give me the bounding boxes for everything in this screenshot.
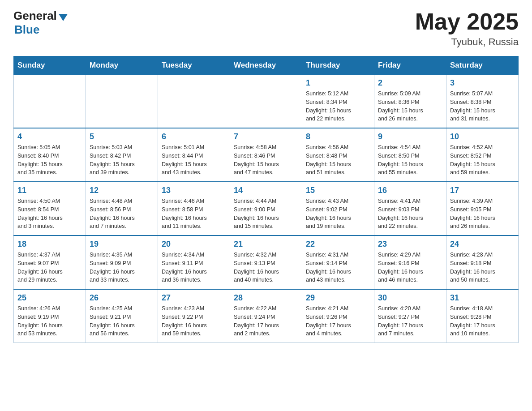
day-number: 28 [234,293,298,303]
day-header-wednesday: Wednesday [230,56,302,75]
calendar-cell: 8Sunrise: 4:56 AM Sunset: 8:48 PM Daylig… [302,128,374,182]
day-info: Sunrise: 4:43 AM Sunset: 9:02 PM Dayligh… [306,197,370,231]
day-number: 22 [306,240,370,249]
day-number: 1 [306,78,370,88]
calendar-cell [86,75,158,128]
calendar-cell: 21Sunrise: 4:32 AM Sunset: 9:13 PM Dayli… [230,235,302,289]
calendar-table: SundayMondayTuesdayWednesdayThursdayFrid… [13,56,519,343]
day-info: Sunrise: 4:28 AM Sunset: 9:18 PM Dayligh… [450,251,515,284]
calendar-cell: 7Sunrise: 4:58 AM Sunset: 8:46 PM Daylig… [230,128,302,182]
calendar-cell [158,75,230,128]
day-info: Sunrise: 4:41 AM Sunset: 9:03 PM Dayligh… [378,197,442,231]
calendar-cell: 17Sunrise: 4:39 AM Sunset: 9:05 PM Dayli… [446,182,519,235]
calendar-cell: 23Sunrise: 4:29 AM Sunset: 9:16 PM Dayli… [374,235,446,289]
day-info: Sunrise: 4:29 AM Sunset: 9:16 PM Dayligh… [378,251,442,284]
day-number: 23 [378,240,442,249]
calendar-header-row: SundayMondayTuesdayWednesdayThursdayFrid… [14,56,519,75]
calendar-cell: 1Sunrise: 5:12 AM Sunset: 8:34 PM Daylig… [302,75,374,128]
day-info: Sunrise: 4:54 AM Sunset: 8:50 PM Dayligh… [378,143,442,177]
day-info: Sunrise: 4:22 AM Sunset: 9:24 PM Dayligh… [234,304,298,338]
day-number: 26 [90,293,154,303]
day-info: Sunrise: 4:56 AM Sunset: 8:48 PM Dayligh… [306,143,370,177]
day-info: Sunrise: 4:46 AM Sunset: 8:58 PM Dayligh… [162,197,226,231]
day-number: 12 [90,186,154,195]
calendar-cell: 24Sunrise: 4:28 AM Sunset: 9:18 PM Dayli… [446,235,519,289]
day-number: 31 [450,293,515,303]
day-number: 16 [378,186,442,195]
calendar-cell: 14Sunrise: 4:44 AM Sunset: 9:00 PM Dayli… [230,182,302,235]
calendar-location: Tyubuk, Russia [415,36,519,48]
day-info: Sunrise: 5:05 AM Sunset: 8:40 PM Dayligh… [17,143,82,177]
page-header: General Blue May 2025 Tyubuk, Russia [13,9,519,48]
calendar-cell [230,75,302,128]
day-number: 18 [17,240,82,249]
calendar-week-row: 11Sunrise: 4:50 AM Sunset: 8:54 PM Dayli… [14,182,519,235]
calendar-title: May 2025 [415,9,519,34]
day-header-monday: Monday [86,56,158,75]
calendar-week-row: 4Sunrise: 5:05 AM Sunset: 8:40 PM Daylig… [14,128,519,182]
day-info: Sunrise: 4:34 AM Sunset: 9:11 PM Dayligh… [162,251,226,284]
day-number: 3 [450,78,515,88]
day-number: 25 [17,293,82,303]
day-number: 11 [17,186,82,195]
day-info: Sunrise: 4:21 AM Sunset: 9:26 PM Dayligh… [306,304,370,338]
day-number: 5 [90,132,154,141]
day-header-saturday: Saturday [446,56,519,75]
calendar-cell: 22Sunrise: 4:31 AM Sunset: 9:14 PM Dayli… [302,235,374,289]
calendar-cell [14,75,86,128]
calendar-week-row: 1Sunrise: 5:12 AM Sunset: 8:34 PM Daylig… [14,75,519,128]
day-info: Sunrise: 4:48 AM Sunset: 8:56 PM Dayligh… [90,197,154,231]
calendar-cell: 10Sunrise: 4:52 AM Sunset: 8:52 PM Dayli… [446,128,519,182]
calendar-cell: 15Sunrise: 4:43 AM Sunset: 9:02 PM Dayli… [302,182,374,235]
day-info: Sunrise: 5:12 AM Sunset: 8:34 PM Dayligh… [306,90,370,123]
day-header-sunday: Sunday [14,56,86,75]
day-info: Sunrise: 5:03 AM Sunset: 8:42 PM Dayligh… [90,143,154,177]
calendar-cell: 3Sunrise: 5:07 AM Sunset: 8:38 PM Daylig… [446,75,519,128]
day-number: 14 [234,186,298,195]
day-info: Sunrise: 4:58 AM Sunset: 8:46 PM Dayligh… [234,143,298,177]
day-number: 13 [162,186,226,195]
calendar-cell: 6Sunrise: 5:01 AM Sunset: 8:44 PM Daylig… [158,128,230,182]
logo-blue-text: Blue [14,23,39,37]
day-info: Sunrise: 4:39 AM Sunset: 9:05 PM Dayligh… [450,197,515,231]
day-info: Sunrise: 5:01 AM Sunset: 8:44 PM Dayligh… [162,143,226,177]
calendar-cell: 26Sunrise: 4:25 AM Sunset: 9:21 PM Dayli… [86,289,158,343]
calendar-cell: 30Sunrise: 4:20 AM Sunset: 9:27 PM Dayli… [374,289,446,343]
calendar-cell: 20Sunrise: 4:34 AM Sunset: 9:11 PM Dayli… [158,235,230,289]
day-info: Sunrise: 5:09 AM Sunset: 8:36 PM Dayligh… [378,90,442,123]
day-number: 20 [162,240,226,249]
day-info: Sunrise: 4:26 AM Sunset: 9:19 PM Dayligh… [17,304,82,338]
calendar-cell: 31Sunrise: 4:18 AM Sunset: 9:28 PM Dayli… [446,289,519,343]
day-number: 4 [17,132,82,141]
logo: General Blue [13,9,68,37]
day-info: Sunrise: 4:20 AM Sunset: 9:27 PM Dayligh… [378,304,442,338]
day-info: Sunrise: 4:31 AM Sunset: 9:14 PM Dayligh… [306,251,370,284]
calendar-cell: 18Sunrise: 4:37 AM Sunset: 9:07 PM Dayli… [14,235,86,289]
day-number: 21 [234,240,298,249]
calendar-cell: 28Sunrise: 4:22 AM Sunset: 9:24 PM Dayli… [230,289,302,343]
day-number: 15 [306,186,370,195]
calendar-cell: 12Sunrise: 4:48 AM Sunset: 8:56 PM Dayli… [86,182,158,235]
day-info: Sunrise: 4:35 AM Sunset: 9:09 PM Dayligh… [90,251,154,284]
calendar-cell: 13Sunrise: 4:46 AM Sunset: 8:58 PM Dayli… [158,182,230,235]
calendar-cell: 5Sunrise: 5:03 AM Sunset: 8:42 PM Daylig… [86,128,158,182]
calendar-cell: 25Sunrise: 4:26 AM Sunset: 9:19 PM Dayli… [14,289,86,343]
day-header-thursday: Thursday [302,56,374,75]
calendar-cell: 9Sunrise: 4:54 AM Sunset: 8:50 PM Daylig… [374,128,446,182]
day-number: 19 [90,240,154,249]
day-number: 10 [450,132,515,141]
calendar-week-row: 25Sunrise: 4:26 AM Sunset: 9:19 PM Dayli… [14,289,519,343]
day-info: Sunrise: 4:50 AM Sunset: 8:54 PM Dayligh… [17,197,82,231]
day-number: 7 [234,132,298,141]
calendar-cell: 4Sunrise: 5:05 AM Sunset: 8:40 PM Daylig… [14,128,86,182]
day-number: 29 [306,293,370,303]
logo-arrow-icon [59,14,68,21]
day-header-friday: Friday [374,56,446,75]
calendar-cell: 16Sunrise: 4:41 AM Sunset: 9:03 PM Dayli… [374,182,446,235]
day-info: Sunrise: 5:07 AM Sunset: 8:38 PM Dayligh… [450,90,515,123]
day-number: 6 [162,132,226,141]
day-number: 17 [450,186,515,195]
day-info: Sunrise: 4:32 AM Sunset: 9:13 PM Dayligh… [234,251,298,284]
day-header-tuesday: Tuesday [158,56,230,75]
day-number: 24 [450,240,515,249]
